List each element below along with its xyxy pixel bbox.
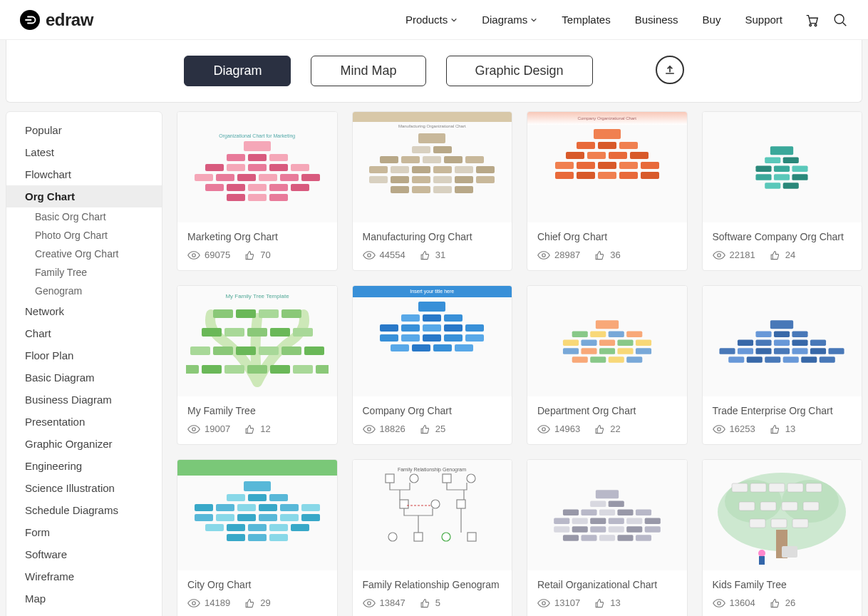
nav-item-business[interactable]: Business: [635, 14, 678, 26]
svg-rect-8: [213, 309, 233, 318]
nav-item-products[interactable]: Products: [405, 14, 458, 26]
svg-rect-45: [467, 533, 476, 541]
thumbs-up-icon: [593, 424, 606, 434]
template-title: Department Org Chart: [537, 405, 677, 416]
template-card[interactable]: Manufacturing Organizational ChartManufa…: [352, 111, 513, 271]
template-card[interactable]: Software Company Org Chart2218124: [702, 111, 863, 271]
template-thumbnail: Manufacturing Organizational Chart: [353, 112, 512, 222]
nav-item-diagrams[interactable]: Diagrams: [482, 14, 537, 26]
sidebar-item-chart[interactable]: Chart: [6, 322, 162, 344]
views-count: 18826: [363, 423, 405, 434]
sidebar-item-network[interactable]: Network: [6, 300, 162, 322]
tab-diagram[interactable]: Diagram: [184, 56, 291, 86]
template-card[interactable]: Insert your title hereCompany Org Chart1…: [352, 285, 513, 445]
views-count: 44554: [363, 250, 405, 260]
chevron-down-icon: [450, 16, 458, 24]
svg-point-36: [410, 474, 418, 483]
svg-rect-41: [457, 500, 465, 508]
template-card[interactable]: Retail Organizational Chart1310713: [527, 459, 688, 616]
sidebar-sub-creative-org-chart[interactable]: Creative Org Chart: [6, 245, 162, 263]
sidebar-item-science-illustration[interactable]: Science Illustration: [6, 477, 162, 499]
svg-rect-13: [224, 328, 244, 337]
chevron-down-icon: [530, 16, 537, 24]
eye-icon: [363, 250, 376, 260]
template-card[interactable]: Kids Family Tree1360426: [702, 459, 863, 616]
views-count: 13107: [537, 597, 580, 608]
sidebar-item-presentation[interactable]: Presentation: [6, 411, 162, 433]
sidebar-item-more-templates[interactable]: More Templates: [6, 610, 162, 616]
template-card[interactable]: Family Relationship GenogramFamily Relat…: [352, 459, 513, 616]
views-count: 13847: [363, 597, 405, 608]
views-count: 19007: [187, 423, 230, 434]
upload-button[interactable]: [656, 56, 684, 84]
tab-graphic-design[interactable]: Graphic Design: [446, 56, 593, 86]
sidebar-item-latest[interactable]: Latest: [6, 141, 162, 163]
sidebar-sub-genogram[interactable]: Genogram: [6, 282, 162, 300]
logo-icon: [20, 10, 40, 30]
nav: ProductsDiagramsTemplatesBusinessBuySupp…: [405, 14, 782, 26]
sidebar-item-map[interactable]: Map: [6, 587, 162, 610]
sidebar-item-form[interactable]: Form: [6, 521, 162, 543]
likes-count: 25: [418, 423, 445, 434]
sidebar-item-popular[interactable]: Popular: [6, 119, 162, 141]
views-count: 13604: [713, 597, 755, 608]
sidebar-item-flowchart[interactable]: Flowchart: [6, 163, 162, 185]
likes-count: 13: [768, 423, 795, 434]
nav-item-templates[interactable]: Templates: [562, 14, 610, 26]
sidebar-item-graphic-organizer[interactable]: Graphic Organizer: [6, 433, 162, 455]
svg-rect-27: [270, 365, 290, 374]
svg-point-34: [192, 601, 196, 605]
tab-mind-map[interactable]: Mind Map: [311, 56, 425, 86]
nav-item-buy[interactable]: Buy: [703, 14, 721, 26]
eye-icon: [363, 598, 376, 608]
svg-rect-15: [270, 328, 290, 337]
svg-rect-64: [792, 519, 808, 528]
sidebar-item-business-diagram[interactable]: Business Diagram: [6, 389, 162, 411]
template-card[interactable]: My Family Tree TemplateMy Family Tree190…: [177, 285, 338, 445]
svg-rect-26: [247, 365, 267, 374]
svg-rect-24: [202, 365, 222, 374]
logo[interactable]: edraw: [20, 10, 93, 30]
eye-icon: [187, 424, 200, 434]
search-icon[interactable]: [832, 12, 848, 28]
sidebar-item-wireframe[interactable]: Wireframe: [6, 565, 162, 587]
template-card[interactable]: Trade Enterprise Org Chart1625313: [702, 285, 863, 445]
svg-point-42: [388, 533, 397, 541]
thumbs-up-icon: [768, 424, 781, 434]
sidebar-item-schedule-diagrams[interactable]: Schedule Diagrams: [6, 499, 162, 521]
likes-count: 70: [243, 250, 270, 260]
svg-rect-18: [213, 346, 233, 355]
svg-point-44: [442, 533, 450, 541]
thumbs-up-icon: [418, 598, 431, 608]
cart-icon[interactable]: [804, 12, 820, 28]
sidebar-item-floor-plan[interactable]: Floor Plan: [6, 344, 162, 366]
nav-actions: [804, 12, 848, 28]
views-count: 22181: [713, 250, 755, 260]
template-thumbnail: [703, 112, 862, 222]
sidebar: PopularLatestFlowchartOrg ChartBasic Org…: [6, 111, 162, 616]
likes-count: 24: [768, 250, 795, 260]
eye-icon: [187, 598, 200, 608]
template-card[interactable]: City Org Chart1418929: [177, 459, 338, 616]
thumbs-up-icon: [418, 424, 431, 434]
template-thumbnail: [177, 460, 337, 570]
sidebar-sub-basic-org-chart[interactable]: Basic Org Chart: [6, 207, 162, 226]
svg-rect-43: [414, 533, 423, 541]
sidebar-item-basic-diagram[interactable]: Basic Diagram: [6, 366, 162, 389]
nav-item-support[interactable]: Support: [745, 14, 782, 26]
eye-icon: [537, 424, 550, 434]
template-card[interactable]: Department Org Chart1496322: [527, 285, 688, 445]
sidebar-sub-family-tree[interactable]: Family Tree: [6, 263, 162, 282]
sidebar-item-engineering[interactable]: Engineering: [6, 455, 162, 477]
svg-rect-54: [750, 483, 766, 492]
svg-rect-62: [750, 519, 765, 528]
sidebar-item-org-chart[interactable]: Org Chart: [6, 185, 162, 207]
svg-rect-19: [236, 346, 256, 355]
sidebar-item-software[interactable]: Software: [6, 543, 162, 565]
brand-name: edraw: [46, 10, 93, 30]
sidebar-sub-photo-org-chart[interactable]: Photo Org Chart: [6, 226, 162, 245]
template-card[interactable]: Company Organizational ChartChief Org Ch…: [527, 111, 688, 271]
template-thumbnail: Family Relationship Genogram: [353, 460, 512, 570]
template-card[interactable]: Organizational Chart for MarketingMarket…: [177, 111, 338, 271]
template-title: Family Relationship Genogram: [363, 579, 502, 590]
